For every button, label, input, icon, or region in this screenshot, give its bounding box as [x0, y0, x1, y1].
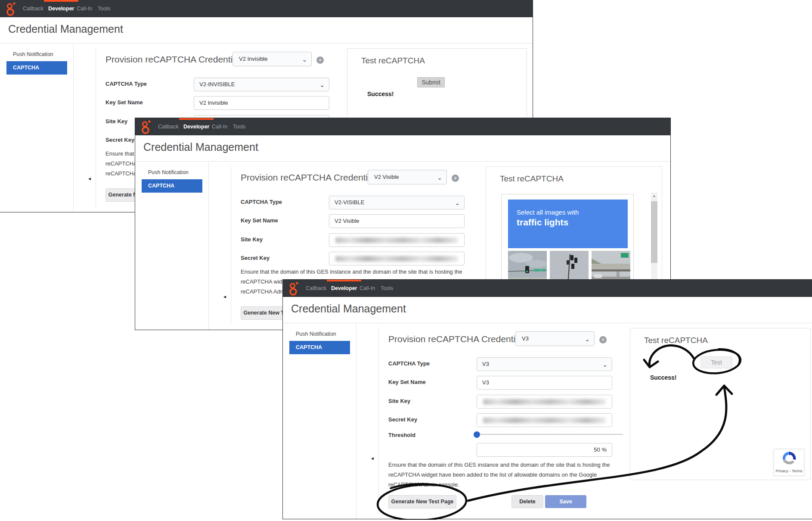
captcha-type-select[interactable]: V3 ⌄	[477, 357, 612, 371]
key-set-name-value: V2 Invisible	[199, 100, 228, 106]
secret-key-label: Secret Key	[105, 137, 134, 143]
tab-call-in[interactable]: Call-In	[212, 118, 227, 135]
keyset-selected-value: V2 Visible	[374, 174, 399, 180]
add-keyset-icon[interactable]: +	[316, 56, 324, 64]
site-key-label: Site Key	[388, 398, 410, 404]
threshold-slider-track[interactable]	[477, 434, 623, 435]
collapse-sidebar-icon[interactable]: ◄	[223, 295, 227, 299]
sidebar-divider	[73, 43, 74, 212]
page-title: Credential Management	[143, 141, 258, 153]
chevron-down-icon: ⌄	[302, 53, 307, 66]
captcha-type-select[interactable]: V2-INVISIBLE ⌄	[194, 78, 329, 91]
keyset-selected-value: V2 Invisible	[239, 56, 267, 62]
blurred-site-key	[335, 237, 458, 243]
tab-developer[interactable]: Developer	[331, 280, 357, 297]
key-set-name-label: Key Set Name	[388, 379, 426, 385]
key-set-name-input[interactable]: V3	[477, 376, 612, 390]
captcha-type-select[interactable]: V2-VISIBLE ⌄	[329, 196, 465, 209]
header-divider	[0, 43, 533, 44]
tab-callback[interactable]: Callback	[306, 280, 326, 297]
tab-callback[interactable]: Callback	[158, 118, 179, 135]
key-set-name-input[interactable]: V2 Visible	[329, 214, 465, 228]
sidebar-group-label: Push Notification	[296, 331, 336, 337]
tab-callback[interactable]: Callback	[23, 0, 43, 17]
test-panel-title: Test reCAPTCHA	[361, 56, 425, 66]
generate-new-test-page-button[interactable]: Generate New Test Page	[388, 495, 456, 509]
key-set-name-input[interactable]: V2 Invisible	[194, 96, 329, 110]
privacy-terms-label[interactable]: Privacy - Terms	[774, 469, 804, 473]
save-button[interactable]: Save	[545, 495, 586, 508]
key-set-name-label: Key Set Name	[241, 217, 278, 224]
threshold-slider-knob[interactable]	[474, 431, 480, 438]
blurred-secret-key	[483, 418, 606, 423]
tab-developer[interactable]: Developer	[183, 118, 209, 135]
section-title: Provision reCAPTCHA Credentials	[388, 334, 527, 344]
tab-tools[interactable]: Tools	[233, 118, 245, 135]
tab-call-in[interactable]: Call-In	[360, 280, 375, 297]
keyset-selector[interactable]: V2 Visible ⌄	[368, 170, 447, 184]
collapse-sidebar-icon[interactable]: ◄	[370, 456, 375, 461]
captcha-type-label: CAPTCHA Type	[241, 199, 282, 205]
main-card-border	[96, 48, 96, 207]
secret-key-input[interactable]	[477, 413, 612, 427]
test-panel-title: Test reCAPTCHA	[644, 336, 708, 345]
secret-key-label: Secret Key	[388, 416, 417, 423]
threshold-label: Threshold	[388, 432, 415, 438]
site-key-input[interactable]	[329, 233, 465, 247]
site-key-input[interactable]	[477, 395, 612, 409]
secret-key-input[interactable]	[329, 252, 465, 265]
sidebar-item-captcha[interactable]: CAPTCHA	[6, 61, 67, 75]
challenge-subject: traffic lights	[517, 217, 568, 228]
section-title: Provision reCAPTCHA Credentials	[105, 54, 244, 65]
add-keyset-icon[interactable]: +	[452, 175, 459, 182]
top-nav: Callback Developer Call-In Tools	[0, 0, 533, 17]
key-set-name-value: V3	[482, 379, 489, 386]
chevron-down-icon: ⌄	[319, 78, 325, 91]
sidebar-group-label: Push Notification	[148, 169, 189, 175]
keyset-selected-value: V3	[522, 335, 529, 342]
scroll-up-icon[interactable]: ▲	[651, 193, 657, 200]
keyset-selector[interactable]: V2 Invisible ⌄	[232, 52, 312, 66]
tab-developer[interactable]: Developer	[48, 0, 74, 17]
section-title: Provision reCAPTCHA Credentials	[241, 172, 379, 183]
chevron-down-icon: ⌄	[455, 197, 460, 209]
blurred-site-key	[483, 399, 606, 405]
challenge-instruction: Select all images with	[517, 209, 579, 216]
success-text: Success!	[367, 90, 394, 97]
captcha-type-value: V2-INVISIBLE	[199, 81, 235, 87]
add-keyset-icon[interactable]: +	[599, 336, 607, 343]
sidebar-divider	[356, 323, 356, 519]
collapse-sidebar-icon[interactable]: ◄	[87, 177, 92, 181]
test-button[interactable]: Test	[700, 356, 732, 368]
captcha-type-label: CAPTCHA Type	[388, 360, 430, 367]
chevron-down-icon: ⌄	[602, 358, 607, 371]
tab-call-in[interactable]: Call-In	[77, 0, 92, 17]
key-set-name-label: Key Set Name	[105, 99, 143, 106]
scrollbar-thumb[interactable]	[651, 201, 657, 263]
threshold-value-input[interactable]: 50 %	[477, 443, 612, 457]
sidebar-divider	[208, 161, 209, 330]
keyset-selector[interactable]: V3 ⌄	[515, 331, 595, 346]
submit-button[interactable]: Submit	[417, 77, 445, 87]
recaptcha-badge[interactable]: Privacy - Terms	[774, 449, 804, 476]
header-divider	[283, 323, 812, 323]
genesys-logo-icon	[288, 281, 300, 296]
success-text: Success!	[650, 374, 676, 381]
main-card-border	[378, 328, 379, 514]
domain-warning-text: Ensure that the domain of this GES insta…	[388, 460, 610, 490]
tab-tools[interactable]: Tools	[98, 0, 110, 17]
top-nav: Callback Developer Call-In Tools	[283, 280, 812, 297]
tab-tools[interactable]: Tools	[381, 280, 393, 297]
sidebar-item-captcha[interactable]: CAPTCHA	[142, 179, 202, 193]
delete-button[interactable]: Delete	[511, 495, 543, 508]
blurred-secret-key	[335, 256, 458, 262]
captcha-type-value: V2-VISIBLE	[335, 199, 364, 206]
page-title: Credential Management	[8, 23, 123, 35]
sidebar-item-captcha[interactable]: CAPTCHA	[289, 341, 350, 354]
page-title: Credential Management	[291, 303, 406, 315]
chevron-down-icon: ⌄	[437, 171, 442, 184]
main-card-border	[231, 166, 231, 324]
chevron-down-icon: ⌄	[585, 332, 590, 346]
recaptcha-logo-icon	[782, 451, 797, 466]
challenge-header: Select all images with traffic lights	[508, 200, 628, 248]
